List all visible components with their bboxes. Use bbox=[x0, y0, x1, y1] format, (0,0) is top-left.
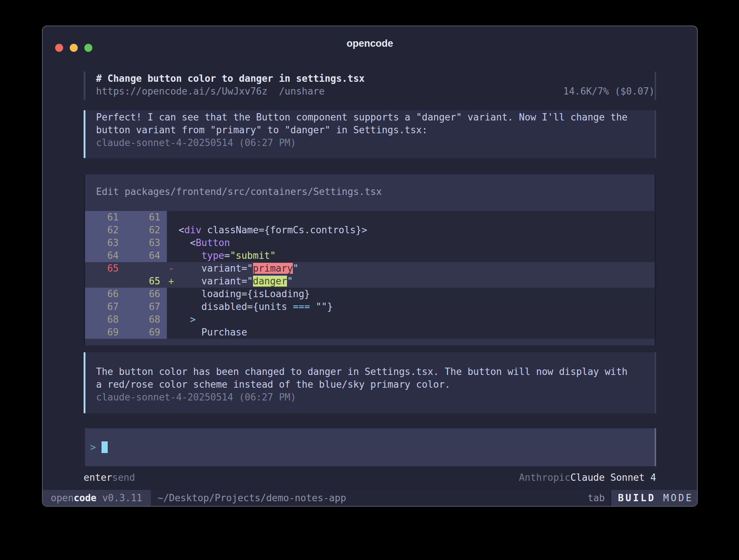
old-line-number: 64 bbox=[85, 249, 126, 262]
old-line-number: 66 bbox=[85, 288, 126, 300]
old-line-number bbox=[85, 275, 126, 288]
assistant-message: The button color has been changed to dan… bbox=[84, 352, 656, 413]
diff-row: 6969 Purchase bbox=[85, 326, 655, 339]
diff-code-line: <Button bbox=[167, 237, 655, 249]
mode-badge: BUILD MODE bbox=[611, 490, 697, 506]
session-header: # Change button color to danger in setti… bbox=[84, 72, 656, 100]
statusbar-spacer bbox=[346, 490, 587, 506]
code-token: type bbox=[202, 250, 225, 261]
code-token bbox=[179, 314, 190, 325]
old-line-number: 62 bbox=[85, 224, 126, 237]
provider-label: Anthropic bbox=[519, 472, 570, 483]
message-line: button variant from "primary" to "danger… bbox=[96, 124, 655, 137]
minimize-button[interactable] bbox=[70, 44, 78, 52]
diff-code-line: type="submit" bbox=[167, 249, 655, 262]
mode-name: BUILD bbox=[618, 492, 655, 503]
status-bar: opencode v0.3.11 ~/Desktop/Projects/demo… bbox=[43, 490, 697, 506]
header-spacer bbox=[325, 85, 563, 98]
old-line-number: 69 bbox=[85, 326, 126, 339]
diff-code-line bbox=[167, 211, 655, 224]
diff-code-line: <div className={formCs.controls}> bbox=[167, 224, 655, 237]
unshare-command[interactable]: /unshare bbox=[279, 85, 325, 98]
diff-row: 6464 type="submit" bbox=[85, 249, 655, 262]
zoom-button[interactable] bbox=[84, 44, 92, 52]
share-url-link[interactable]: https://opencode.ai/s/UwJxv76z bbox=[96, 85, 268, 98]
code-token: primary bbox=[253, 263, 293, 274]
code-token: variant=" bbox=[179, 263, 253, 274]
code-token: ""} bbox=[310, 301, 333, 312]
diff-row: 6262<div className={formCs.controls}> bbox=[85, 224, 655, 237]
new-line-number bbox=[126, 262, 167, 275]
code-token: Button bbox=[196, 237, 230, 248]
prompt-chevron: > bbox=[90, 442, 96, 453]
diff-code-line: - variant="primary" bbox=[167, 262, 655, 275]
new-line-number: 66 bbox=[126, 288, 167, 300]
enter-key-hint: enter bbox=[84, 472, 112, 483]
code-token: disabled={units bbox=[179, 301, 293, 312]
diff-row: 6767 disabled={units === ""} bbox=[85, 300, 655, 313]
new-line-number: 62 bbox=[126, 224, 167, 237]
new-line-number: 65 bbox=[126, 275, 167, 288]
main-area: # Change button color to danger in setti… bbox=[43, 60, 697, 490]
model-label: Claude Sonnet 4 bbox=[570, 472, 656, 483]
prompt-input[interactable]: > bbox=[84, 428, 656, 466]
code-token: < bbox=[179, 225, 184, 235]
diff-row: 6868 > bbox=[85, 313, 655, 326]
code-token: = bbox=[224, 250, 230, 261]
diff-code-line: loading={isLoading} bbox=[167, 288, 655, 300]
code-token: className={formCs.controls}> bbox=[202, 225, 367, 235]
message-meta: claude-sonnet-4-20250514 (06:27 PM) bbox=[96, 391, 655, 404]
diff-row: 6363 <Button bbox=[85, 237, 655, 249]
old-line-number: 68 bbox=[85, 313, 126, 326]
text-cursor bbox=[102, 441, 108, 453]
diff-code-line: Purchase bbox=[167, 326, 655, 339]
message-line: a red/rose color scheme instead of the b… bbox=[96, 378, 655, 391]
message-line: The button color has been changed to dan… bbox=[96, 365, 655, 378]
code-token: variant=" bbox=[179, 276, 253, 287]
old-line-number: 67 bbox=[85, 300, 126, 313]
traffic-lights bbox=[55, 44, 92, 52]
session-title: # Change button color to danger in setti… bbox=[96, 72, 655, 85]
enter-action-hint: send bbox=[112, 472, 135, 483]
old-line-number: 65 bbox=[85, 262, 126, 275]
message-line: Perfect! I can see that the Button compo… bbox=[96, 111, 655, 124]
window-title: opencode bbox=[43, 26, 697, 49]
diff-row: 65- variant="primary" bbox=[85, 262, 655, 275]
message-meta: claude-sonnet-4-20250514 (06:27 PM) bbox=[96, 137, 655, 149]
new-line-number: 69 bbox=[126, 326, 167, 339]
code-token: " bbox=[287, 276, 293, 287]
edit-tool-block: Edit packages/frontend/src/containers/Se… bbox=[84, 174, 656, 345]
diff-code-line: > bbox=[167, 313, 655, 326]
hint-spacer bbox=[135, 472, 519, 483]
new-line-number: 63 bbox=[126, 237, 167, 249]
edit-file-header: Edit packages/frontend/src/containers/Se… bbox=[85, 185, 655, 198]
code-token: danger bbox=[253, 276, 287, 287]
new-line-number: 61 bbox=[126, 211, 167, 224]
new-line-number: 68 bbox=[126, 313, 167, 326]
code-token: < bbox=[179, 237, 196, 248]
diff-row: 6666 loading={isLoading} bbox=[85, 288, 655, 300]
working-directory: ~/Desktop/Projects/demo-notes-app bbox=[157, 492, 346, 503]
hint-row: enter send Anthropic Claude Sonnet 4 bbox=[84, 472, 656, 483]
old-line-number: 61 bbox=[85, 211, 126, 224]
new-line-number: 64 bbox=[126, 249, 167, 262]
tab-key-hint: tab bbox=[587, 492, 610, 503]
old-line-number: 63 bbox=[85, 237, 126, 249]
app-name-prefix: open bbox=[51, 492, 74, 503]
code-token: Purchase bbox=[179, 327, 247, 338]
code-token: " bbox=[293, 263, 299, 274]
code-token bbox=[179, 250, 202, 261]
diff-marker: - bbox=[167, 262, 179, 275]
new-line-number: 67 bbox=[126, 300, 167, 313]
diff-row: 6161 bbox=[85, 211, 655, 224]
diff-code-line: disabled={units === ""} bbox=[167, 300, 655, 313]
code-token: "submit" bbox=[230, 250, 276, 261]
mode-rest: MODE bbox=[656, 492, 693, 503]
app-version-badge: opencode v0.3.11 bbox=[43, 490, 151, 506]
app-version: v0.3.11 bbox=[102, 492, 142, 503]
opencode-window: opencode # Change button color to danger… bbox=[42, 26, 698, 507]
window-titlebar: opencode bbox=[43, 26, 697, 60]
diff-code-line: + variant="danger" bbox=[167, 275, 655, 288]
close-button[interactable] bbox=[55, 44, 63, 52]
diff-marker: + bbox=[167, 275, 179, 288]
